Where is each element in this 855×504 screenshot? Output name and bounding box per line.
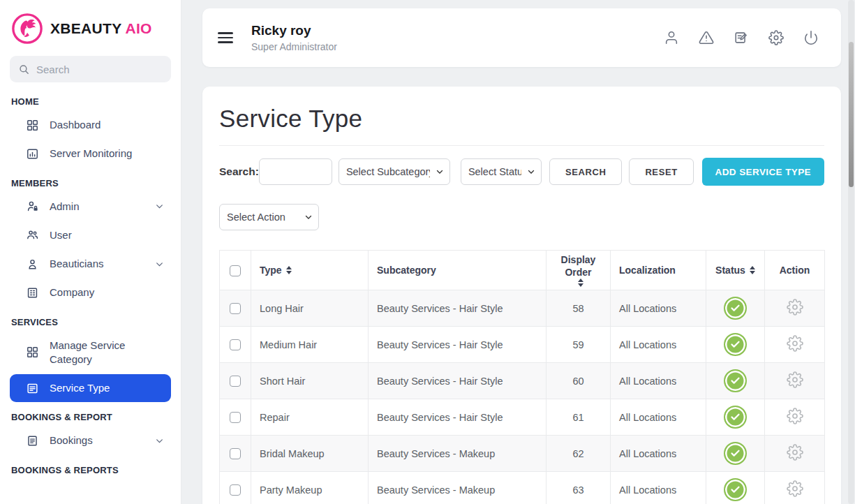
content-card: Service Type Search: Select Subcategory … <box>202 87 841 504</box>
status-active-icon[interactable] <box>724 369 747 392</box>
select-all-checkbox[interactable] <box>230 265 241 276</box>
sidebar-item-label: Manage Service Category <box>50 339 154 367</box>
user-block: Ricky roy Super Administrator <box>251 23 337 52</box>
user-name: Ricky roy <box>251 23 337 38</box>
users-group-icon <box>26 228 39 242</box>
user-lock-icon <box>26 200 39 213</box>
cell-subcategory: Beauty Services - Hair Style <box>369 290 547 327</box>
status-active-icon[interactable] <box>724 442 747 465</box>
row-settings-gear-icon[interactable] <box>787 444 803 461</box>
sidebar-item-beauticians[interactable]: Beauticians <box>10 250 171 278</box>
sidebar-item-label: Beauticians <box>50 257 104 271</box>
status-active-icon[interactable] <box>724 478 747 501</box>
row-settings-gear-icon[interactable] <box>787 371 803 388</box>
app-window: XBEAUTY AIO HOME Dashboard Server Monito… <box>0 0 855 504</box>
row-settings-gear-icon[interactable] <box>787 299 803 316</box>
sidebar-item-label: Service Type <box>50 381 110 395</box>
cell-subcategory: Beauty Services - Hair Style <box>369 327 547 363</box>
column-header-display-order[interactable]: Display Order <box>555 253 602 279</box>
row-checkbox[interactable] <box>230 303 241 314</box>
column-header-localization: Localization <box>619 265 676 276</box>
sidebar-item-label: Dashboard <box>50 118 101 132</box>
page-scrollbar[interactable] <box>848 0 854 504</box>
search-label: Search: <box>219 165 259 178</box>
bulk-action-bar: Select Action <box>219 204 824 230</box>
row-settings-gear-icon[interactable] <box>787 480 803 497</box>
cell-localization: All Locations <box>611 399 706 436</box>
table-row: Bridal Makeup Beauty Services - Makeup 6… <box>220 436 825 472</box>
gear-icon[interactable] <box>768 30 784 45</box>
row-checkbox[interactable] <box>230 376 241 387</box>
grid-icon <box>26 346 39 359</box>
cell-subcategory: Beauty Services - Hair Style <box>369 399 547 436</box>
chevron-down-icon <box>155 202 164 211</box>
alert-triangle-icon[interactable] <box>699 30 714 45</box>
sort-icon[interactable] <box>286 266 292 274</box>
status-active-icon[interactable] <box>724 297 747 320</box>
status-active-icon[interactable] <box>724 406 747 429</box>
column-header-type[interactable]: Type <box>260 264 282 276</box>
sidebar-item-admin[interactable]: Admin <box>10 193 171 221</box>
sidebar-item-company[interactable]: Company <box>10 279 171 306</box>
chevron-down-icon <box>155 260 164 269</box>
row-settings-gear-icon[interactable] <box>787 408 803 424</box>
section-label-members: MEMBERS <box>11 178 170 188</box>
table-row: Repair Beauty Services - Hair Style 61 A… <box>220 399 825 436</box>
sort-icon[interactable] <box>578 279 583 287</box>
search-icon <box>18 64 30 75</box>
sidebar-item-label: User <box>50 228 72 242</box>
brand-name-primary: XBEAUTY <box>50 20 121 36</box>
column-header-status[interactable]: Status <box>715 264 745 276</box>
action-select[interactable]: Select Action <box>219 204 319 230</box>
add-service-type-button[interactable]: ADD SERVICE TYPE <box>702 158 824 186</box>
filter-bar: Search: Select Subcategory Select Status… <box>219 158 824 186</box>
brand-name-accent: AIO <box>125 20 151 36</box>
cell-localization: All Locations <box>611 290 706 327</box>
user-icon[interactable] <box>664 30 679 45</box>
sidebar-item-bookings[interactable]: Bookings <box>10 427 171 454</box>
sidebar-search[interactable] <box>10 56 171 82</box>
search-button[interactable]: SEARCH <box>549 158 623 185</box>
status-active-icon[interactable] <box>724 333 747 356</box>
subcategory-select[interactable]: Select Subcategory <box>339 158 450 185</box>
section-label-services: SERVICES <box>11 317 170 327</box>
cell-type: Medium Hair <box>251 327 369 363</box>
sidebar-search-input[interactable] <box>36 64 163 75</box>
sidebar-item-dashboard[interactable]: Dashboard <box>10 111 171 139</box>
cell-type: Bridal Makeup <box>251 436 369 472</box>
sort-icon[interactable] <box>750 266 755 274</box>
header-icon-bar <box>664 30 819 45</box>
cell-subcategory: Beauty Services - Makeup <box>369 436 547 472</box>
row-settings-gear-icon[interactable] <box>787 335 803 352</box>
cell-display-order: 59 <box>547 327 611 363</box>
sidebar-item-label: Server Monitoring <box>50 147 132 161</box>
scrollbar-thumb[interactable] <box>849 42 854 187</box>
table-row: Long Hair Beauty Services - Hair Style 5… <box>220 290 825 327</box>
sidebar-item-manage-service-category[interactable]: Manage Service Category <box>10 332 171 374</box>
hamburger-menu-icon[interactable] <box>218 32 233 43</box>
sidebar-item-server-monitoring[interactable]: Server Monitoring <box>10 140 171 168</box>
power-icon[interactable] <box>803 30 819 45</box>
cell-localization: All Locations <box>611 363 706 399</box>
cell-display-order: 58 <box>547 290 611 327</box>
table-row: Short Hair Beauty Services - Hair Style … <box>220 363 825 399</box>
row-checkbox[interactable] <box>230 412 241 423</box>
building-icon <box>26 286 39 299</box>
brand-logo-icon <box>11 13 43 45</box>
sidebar-item-user[interactable]: User <box>10 221 171 249</box>
brand-logo[interactable]: XBEAUTY AIO <box>10 10 171 56</box>
status-select[interactable]: Select Status <box>461 158 542 185</box>
column-header-action: Action <box>780 265 810 276</box>
service-type-table: Type Subcategory Display Order Localizat… <box>219 250 825 504</box>
note-edit-icon[interactable] <box>734 30 749 45</box>
cell-localization: All Locations <box>611 436 706 472</box>
cell-display-order: 61 <box>547 399 611 436</box>
row-checkbox[interactable] <box>230 339 241 350</box>
search-input[interactable] <box>259 158 332 185</box>
reset-button[interactable]: RESET <box>629 158 693 185</box>
row-checkbox[interactable] <box>230 448 241 459</box>
sidebar-item-service-type[interactable]: Service Type <box>10 374 171 402</box>
sidebar-item-label: Bookings <box>50 433 93 447</box>
row-checkbox[interactable] <box>230 484 241 496</box>
dashboard-grid-icon <box>26 119 39 132</box>
